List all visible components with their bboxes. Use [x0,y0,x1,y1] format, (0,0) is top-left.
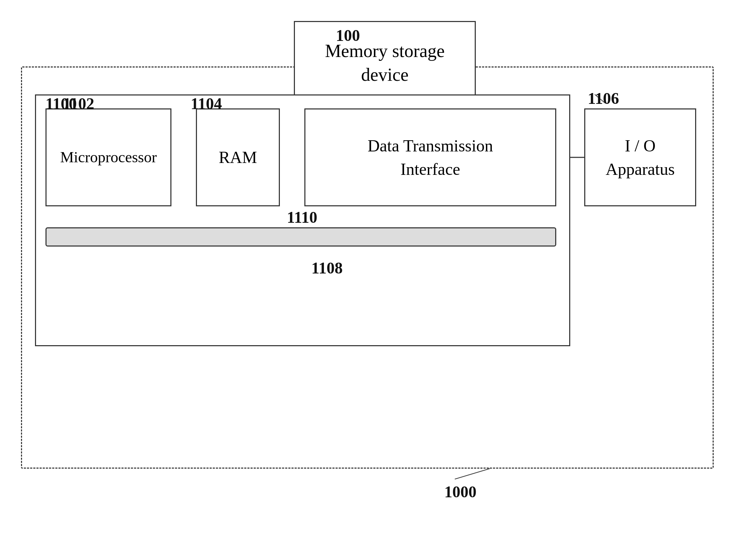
ref-1106: 1106 [588,89,619,108]
microprocessor-box: Microprocessor [45,108,171,206]
memory-storage-label: Memory storage device [325,39,445,86]
ref-1000: 1000 [444,483,476,501]
dti-box: Data Transmission Interface [304,108,556,206]
ref-1102: 1102 [63,94,94,113]
ram-box: RAM [196,108,280,206]
diagram-container: Memory storage device Microprocessor RAM… [0,0,756,548]
ram-label: RAM [219,147,257,168]
io-apparatus-box: I / O Apparatus [584,108,696,206]
dti-label: Data Transmission Interface [368,134,493,181]
microprocessor-label: Microprocessor [60,147,157,167]
ref-1108: 1108 [311,259,342,277]
ref-1104: 1104 [191,94,222,113]
memory-storage-box: Memory storage device [294,21,476,105]
io-label: I / O Apparatus [606,134,674,181]
bus-bar [45,227,556,247]
ref-100: 100 [336,26,360,45]
svg-line-9 [455,469,490,479]
ref-1110: 1110 [287,208,317,227]
